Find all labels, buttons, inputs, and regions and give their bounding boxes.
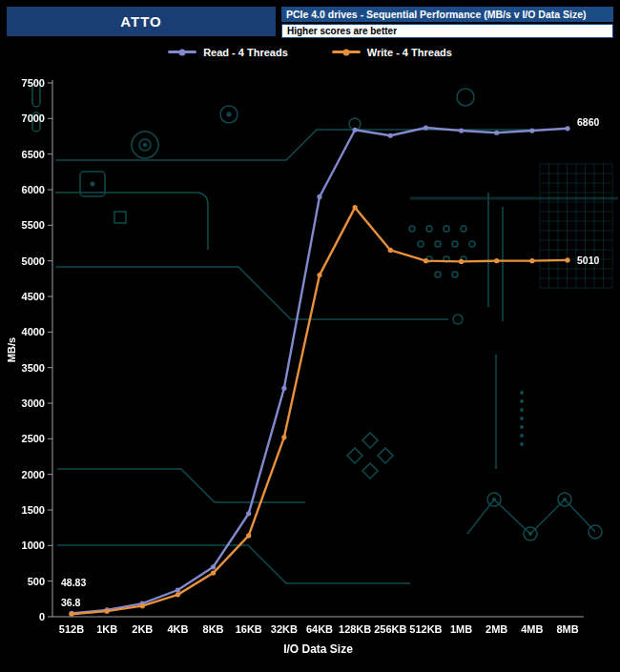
- chart-subtitle: Higher scores are better: [281, 24, 613, 38]
- svg-text:36.8: 36.8: [61, 597, 81, 608]
- legend-item-read: Read - 4 Threads: [168, 47, 288, 58]
- svg-text:1KB: 1KB: [96, 623, 117, 635]
- svg-text:3500: 3500: [22, 362, 45, 374]
- svg-text:6500: 6500: [22, 149, 45, 160]
- svg-text:2MB: 2MB: [486, 623, 507, 635]
- app-title: ATTO: [7, 7, 276, 36]
- svg-text:4MB: 4MB: [521, 623, 543, 635]
- svg-text:6000: 6000: [22, 184, 45, 195]
- svg-text:1500: 1500: [22, 504, 45, 516]
- svg-text:32KB: 32KB: [271, 623, 298, 635]
- header: ATTO PCIe 4.0 drives - Sequential Perfor…: [0, 0, 620, 41]
- svg-text:I/O Data Size: I/O Data Size: [283, 642, 353, 656]
- svg-text:64KB: 64KB: [306, 623, 333, 635]
- write-line-swatch: [332, 51, 361, 53]
- svg-text:48.83: 48.83: [61, 577, 86, 588]
- svg-text:256KB: 256KB: [374, 623, 406, 635]
- chart-annotations: 48.8336.868605010: [61, 116, 600, 608]
- svg-text:5500: 5500: [22, 219, 45, 231]
- legend: Read - 4 Threads Write - 4 Threads: [0, 41, 620, 63]
- performance-line-chart: 0500100015002000250030003500400045005000…: [0, 63, 620, 672]
- svg-text:3000: 3000: [22, 397, 45, 409]
- chart-title: PCIe 4.0 drives - Sequential Performance…: [281, 7, 613, 22]
- svg-text:MB/s: MB/s: [6, 337, 17, 362]
- svg-text:5010: 5010: [577, 255, 600, 266]
- svg-text:6860: 6860: [577, 116, 600, 128]
- svg-text:5000: 5000: [22, 255, 45, 267]
- legend-label-read: Read - 4 Threads: [203, 47, 288, 58]
- read-line-swatch: [168, 51, 196, 53]
- svg-text:8MB: 8MB: [556, 623, 578, 635]
- header-title-block: PCIe 4.0 drives - Sequential Performance…: [281, 7, 613, 38]
- svg-text:16KB: 16KB: [236, 623, 262, 635]
- svg-text:500: 500: [28, 576, 45, 587]
- svg-text:2500: 2500: [22, 433, 45, 444]
- svg-text:7000: 7000: [22, 112, 45, 124]
- chart-axes: 0500100015002000250030003500400045005000…: [6, 77, 584, 656]
- svg-text:4000: 4000: [22, 326, 45, 337]
- svg-text:0: 0: [39, 611, 45, 622]
- svg-text:4KB: 4KB: [167, 623, 188, 635]
- circuit-pattern-decoration: [32, 82, 618, 583]
- svg-text:8KB: 8KB: [203, 623, 224, 635]
- svg-text:512B: 512B: [59, 623, 84, 635]
- svg-text:2KB: 2KB: [132, 623, 153, 635]
- svg-text:512KB: 512KB: [409, 623, 442, 635]
- svg-text:1MB: 1MB: [450, 623, 472, 635]
- svg-text:128KB: 128KB: [339, 623, 371, 635]
- svg-text:7500: 7500: [22, 77, 45, 89]
- svg-text:2000: 2000: [22, 469, 45, 480]
- svg-text:4500: 4500: [22, 291, 45, 302]
- atto-benchmark-chart: ATTO PCIe 4.0 drives - Sequential Perfor…: [0, 0, 620, 672]
- legend-item-write: Write - 4 Threads: [332, 47, 452, 58]
- legend-label-write: Write - 4 Threads: [367, 47, 452, 58]
- svg-text:1000: 1000: [22, 540, 45, 551]
